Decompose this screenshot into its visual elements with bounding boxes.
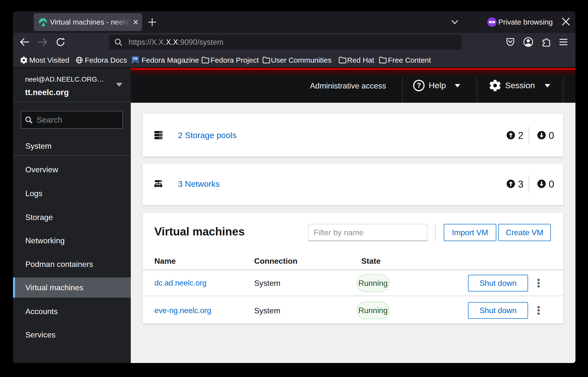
svg-text:?: ? — [417, 81, 421, 89]
svg-text:FM: FM — [133, 57, 137, 60]
